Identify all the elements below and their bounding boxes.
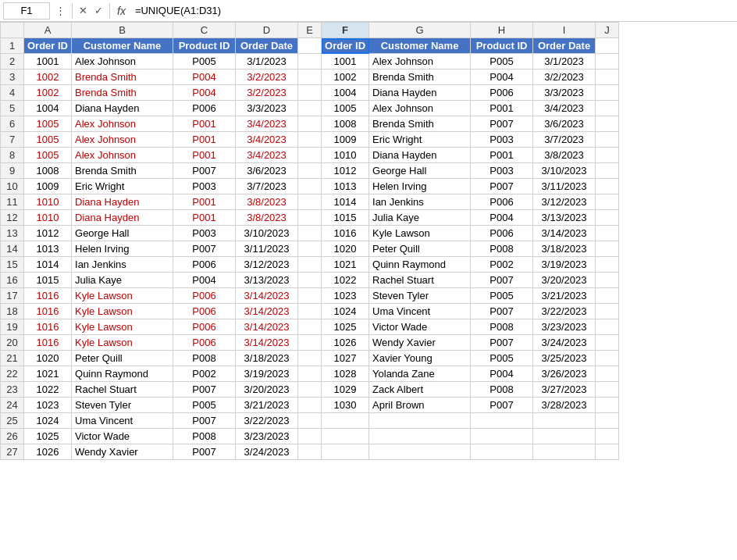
right-cell-order-date[interactable]: 3/25/2023	[533, 351, 596, 366]
cell-order-date[interactable]: 3/8/2023	[236, 194, 298, 210]
right-cell-order-id[interactable]: 1028	[322, 366, 369, 382]
right-cell-order-date[interactable]: 3/12/2023	[533, 194, 596, 210]
cell-order-id[interactable]: 1024	[24, 413, 72, 429]
right-cell-order-id[interactable]: 1005	[322, 101, 369, 116]
cell-product-id[interactable]: P004	[173, 70, 236, 85]
cell-product-id[interactable]: P001	[173, 132, 236, 148]
cell-product-id[interactable]: P001	[173, 194, 236, 210]
right-cell-product-id[interactable]: P006	[471, 226, 533, 241]
cancel-icon[interactable]: ✕	[77, 4, 90, 17]
cell-order-date[interactable]: 3/18/2023	[236, 351, 298, 366]
right-cell-product-id[interactable]: P007	[471, 398, 533, 413]
cell-order-date[interactable]: 3/24/2023	[236, 444, 298, 460]
col-header-a[interactable]: A	[24, 23, 72, 38]
cell-order-id[interactable]: 1016	[24, 304, 72, 319]
cell-order-date[interactable]: 3/7/2023	[236, 179, 298, 194]
cell-order-date[interactable]: 3/22/2023	[236, 413, 298, 429]
right-cell-order-date[interactable]: 3/1/2023	[533, 54, 596, 70]
right-cell-product-id[interactable]: P001	[471, 101, 533, 116]
right-cell-customer-name[interactable]: Yolanda Zane	[369, 366, 471, 382]
cell-order-date[interactable]: 3/11/2023	[236, 241, 298, 257]
cell-customer-name[interactable]: Kyle Lawson	[72, 319, 173, 335]
col-header-e[interactable]: E	[298, 23, 322, 38]
right-cell-order-date[interactable]: 3/21/2023	[533, 288, 596, 304]
cell-product-id[interactable]: P007	[173, 163, 236, 179]
right-cell-order-id[interactable]: 1002	[322, 70, 369, 85]
right-cell-product-id[interactable]: P007	[471, 273, 533, 288]
cell-product-id[interactable]: P006	[173, 319, 236, 335]
cell-customer-name[interactable]: Quinn Raymond	[72, 366, 173, 382]
cell-order-id[interactable]: 1004	[24, 101, 72, 116]
cell-order-date[interactable]: 3/14/2023	[236, 304, 298, 319]
right-cell-order-date[interactable]: 3/20/2023	[533, 273, 596, 288]
right-cell-product-id[interactable]: P005	[471, 351, 533, 366]
cell-order-id[interactable]: 1010	[24, 210, 72, 226]
col-header-i[interactable]: I	[533, 23, 596, 38]
right-cell-order-date[interactable]: 3/24/2023	[533, 335, 596, 351]
cell-order-date[interactable]: 3/12/2023	[236, 257, 298, 273]
cell-order-id[interactable]: 1005	[24, 116, 72, 132]
right-cell-customer-name[interactable]: Alex Johnson	[369, 54, 471, 70]
cell-order-date[interactable]: 3/4/2023	[236, 148, 298, 163]
cell-order-date[interactable]: 3/23/2023	[236, 429, 298, 444]
right-cell-customer-name[interactable]: Julia Kaye	[369, 210, 471, 226]
cell-order-id[interactable]: 1005	[24, 148, 72, 163]
right-cell-product-id[interactable]: P005	[471, 54, 533, 70]
left-header-3[interactable]: Order Date	[236, 38, 298, 54]
right-cell-order-date[interactable]: 3/3/2023	[533, 85, 596, 101]
cell-customer-name[interactable]: Ian Jenkins	[72, 257, 173, 273]
right-header-1[interactable]: Customer Name	[369, 38, 471, 54]
right-cell-product-id[interactable]: P005	[471, 288, 533, 304]
right-cell-customer-name[interactable]: Victor Wade	[369, 319, 471, 335]
cell-product-id[interactable]: P007	[173, 444, 236, 460]
cell-customer-name[interactable]: Victor Wade	[72, 429, 173, 444]
right-cell-product-id[interactable]: P004	[471, 366, 533, 382]
cell-order-date[interactable]: 3/1/2023	[236, 54, 298, 70]
right-cell-product-id[interactable]: P008	[471, 319, 533, 335]
right-cell-order-id[interactable]: 1027	[322, 351, 369, 366]
right-cell-order-id[interactable]: 1020	[322, 241, 369, 257]
left-header-1[interactable]: Customer Name	[72, 38, 173, 54]
cell-customer-name[interactable]: Steven Tyler	[72, 398, 173, 413]
cell-order-id[interactable]: 1002	[24, 70, 72, 85]
cell-product-id[interactable]: P007	[173, 382, 236, 398]
right-cell-customer-name[interactable]: Peter Quill	[369, 241, 471, 257]
right-cell-customer-name[interactable]: Rachel Stuart	[369, 273, 471, 288]
right-cell-product-id[interactable]: P007	[471, 179, 533, 194]
cell-customer-name[interactable]: Wendy Xavier	[72, 444, 173, 460]
cell-order-id[interactable]: 1025	[24, 429, 72, 444]
right-cell-order-date[interactable]: 3/18/2023	[533, 241, 596, 257]
right-cell-order-id[interactable]: 1023	[322, 288, 369, 304]
cell-order-date[interactable]: 3/8/2023	[236, 210, 298, 226]
cell-order-date[interactable]: 3/14/2023	[236, 288, 298, 304]
right-cell-product-id[interactable]: P006	[471, 194, 533, 210]
cell-customer-name[interactable]: Helen Irving	[72, 241, 173, 257]
cell-product-id[interactable]: P001	[173, 210, 236, 226]
cell-product-id[interactable]: P003	[173, 179, 236, 194]
cell-order-date[interactable]: 3/19/2023	[236, 366, 298, 382]
right-cell-order-id[interactable]: 1008	[322, 116, 369, 132]
right-cell-customer-name[interactable]: Helen Irving	[369, 179, 471, 194]
right-cell-order-id[interactable]: 1001	[322, 54, 369, 70]
cell-order-date[interactable]: 3/14/2023	[236, 335, 298, 351]
cell-order-id[interactable]: 1008	[24, 163, 72, 179]
cell-order-id[interactable]: 1016	[24, 335, 72, 351]
formula-input[interactable]	[132, 2, 734, 20]
cell-product-id[interactable]: P007	[173, 241, 236, 257]
right-cell-customer-name[interactable]: Uma Vincent	[369, 304, 471, 319]
cell-order-id[interactable]: 1002	[24, 85, 72, 101]
right-header-3[interactable]: Order Date	[533, 38, 596, 54]
cell-customer-name[interactable]: Kyle Lawson	[72, 288, 173, 304]
cell-product-id[interactable]: P002	[173, 366, 236, 382]
right-header-2[interactable]: Product ID	[471, 38, 533, 54]
right-cell-product-id[interactable]: P007	[471, 116, 533, 132]
right-cell-order-id[interactable]: 1022	[322, 273, 369, 288]
right-cell-order-id[interactable]: 1013	[322, 179, 369, 194]
right-cell-product-id[interactable]: P002	[471, 257, 533, 273]
right-cell-customer-name[interactable]: Xavier Young	[369, 351, 471, 366]
cell-customer-name[interactable]: Alex Johnson	[72, 132, 173, 148]
cell-product-id[interactable]: P006	[173, 101, 236, 116]
cell-customer-name[interactable]: Brenda Smith	[72, 85, 173, 101]
col-header-c[interactable]: C	[173, 23, 236, 38]
col-header-b[interactable]: B	[72, 23, 173, 38]
